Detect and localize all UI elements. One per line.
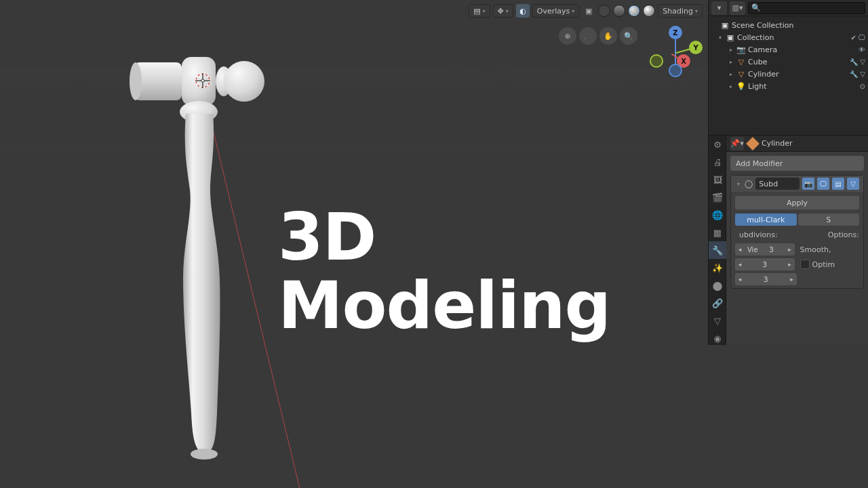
xray-toggle[interactable]: ▣ xyxy=(582,4,595,18)
svg-point-7 xyxy=(191,449,218,460)
gizmo-icon: ✥ xyxy=(498,7,504,16)
subdivisions-label: ubdivi ons: xyxy=(735,228,797,241)
ptab-material[interactable]: ◉ xyxy=(709,329,726,347)
zoom-button[interactable]: ⊕ xyxy=(559,27,576,45)
ptab-world[interactable]: 🌐 xyxy=(709,206,726,224)
chevron-down-icon[interactable]: ▾ xyxy=(735,181,742,187)
outliner-mode-dropdown[interactable]: ▾ xyxy=(711,1,727,15)
snap-dropdown[interactable]: ▥▾ xyxy=(211,4,232,18)
ptab-render[interactable]: ⚙ xyxy=(709,136,726,153)
ptab-texture[interactable]: ▩ xyxy=(709,347,726,365)
tree-item-cylinder[interactable]: ▸▽ Cylinder 🔧▽ xyxy=(709,68,868,80)
outliner-search[interactable]: 🔍 xyxy=(748,2,865,14)
object-types-dropdown[interactable]: ▤▾ xyxy=(469,4,490,18)
cursor-3d xyxy=(193,71,212,90)
ptab-physics[interactable]: ⬤ xyxy=(709,277,726,294)
shading-rendered[interactable] xyxy=(643,5,655,17)
right-panel: ▾ ▥▾ 🔍 ▣ Scene Collection ▾▣ Collection … xyxy=(708,0,868,488)
properties-body: 📌▾ Cylinder Add Modifier ▾ ◯ Subd 📷 🖵 ▤ … xyxy=(726,136,868,488)
tree-item-light[interactable]: ▸💡 Light ⊙ xyxy=(709,80,868,92)
tree-label: Cylinder xyxy=(748,70,848,79)
properties-panel: ⚙ 🖨 🖼 🎬 🌐 ▦ 🔧 ✨ ⬤ 🔗 ▽ ◉ ▩ 📌▾ Cylinder Ad… xyxy=(709,136,868,488)
quality-field[interactable]: ◂3▸ xyxy=(735,273,797,285)
viewport-header-left: ✥ Global ▾ ⊙▾ 🧲 ▥▾ ◯ ∩▾ xyxy=(122,3,271,19)
modifier-apply-button[interactable]: Apply xyxy=(735,196,859,209)
ptab-viewlayer[interactable]: 🖼 xyxy=(709,171,726,188)
viewport-header-right: ▤▾ ✥▾ ◐ Overlays▾ ▣ Shading▾ xyxy=(469,3,703,19)
method-simple[interactable]: S xyxy=(798,214,860,226)
collection-icon: ▣ xyxy=(720,20,730,30)
modifier-name-field[interactable]: Subd xyxy=(755,178,800,190)
tree-label: Collection xyxy=(737,33,849,42)
ptab-object[interactable]: ▦ xyxy=(709,224,726,241)
tree-item-cube[interactable]: ▸▽ Cube 🔧▽ xyxy=(709,56,868,68)
orientation-label: Global xyxy=(135,7,159,16)
ptab-constraints[interactable]: 🔗 xyxy=(709,294,726,312)
gizmo-axis-neg-y[interactable] xyxy=(650,54,663,68)
camera-view-button[interactable]: 🎥 xyxy=(579,27,597,45)
tree-scene-collection[interactable]: ▣ Scene Collection xyxy=(709,19,868,31)
viewport-3d[interactable]: Blender 3D Modeling ✥ Global ▾ ⊙▾ 🧲 ▥▾ ◯… xyxy=(0,0,708,488)
ptab-output[interactable]: 🖨 xyxy=(709,153,726,171)
falloff-icon: ∩ xyxy=(256,7,261,16)
render-subdiv-field[interactable]: ◂3▸ xyxy=(735,258,795,270)
pin-icon[interactable]: 📌▾ xyxy=(730,137,744,150)
proportional-falloff-dropdown[interactable]: ∩▾ xyxy=(251,4,271,18)
properties-tabs: ⚙ 🖨 🖼 🎬 🌐 ▦ 🔧 ✨ ⬤ 🔗 ▽ ◉ ▩ xyxy=(709,136,726,488)
search-icon: 🔍 xyxy=(751,3,761,12)
object-icon xyxy=(746,137,760,150)
active-object-label: Cylinder xyxy=(762,139,793,148)
tree-label: Cube xyxy=(748,58,848,66)
navigation-gizmo[interactable]: Z Y X xyxy=(650,26,701,77)
ptab-scene[interactable]: 🎬 xyxy=(709,188,726,206)
gizmo-axis-z[interactable]: Z xyxy=(669,26,682,39)
overlays-dropdown[interactable]: Overlays▾ xyxy=(532,4,580,18)
orientation-dropdown[interactable]: ✥ Global ▾ xyxy=(122,4,168,18)
collection-icon: ▣ xyxy=(726,33,735,42)
modifier-subsurf: ▾ ◯ Subd 📷 🖵 ▤ ▽ Apply mull-Clark S ubdi… xyxy=(730,175,864,289)
viewport-navbuttons: ⊕ 🎥 ✋ 🔍 xyxy=(559,27,637,45)
gizmo-axis-neg-z[interactable] xyxy=(669,64,682,77)
pan-button[interactable]: ✋ xyxy=(599,27,617,45)
snap-toggle[interactable]: 🧲 xyxy=(195,4,208,18)
pivot-dropdown[interactable]: ⊙▾ xyxy=(171,4,191,18)
overlays-label: Overlays xyxy=(537,7,570,16)
overlays-toggle[interactable]: ◐ xyxy=(516,4,530,18)
gizmo-axis-y[interactable]: Y xyxy=(689,41,703,54)
shading-wireframe[interactable] xyxy=(598,5,610,17)
modifier-show-cage[interactable]: ▽ xyxy=(847,178,859,190)
svg-point-2 xyxy=(130,62,142,100)
shading-matpreview[interactable] xyxy=(628,5,640,17)
outliner-search-input[interactable] xyxy=(764,3,862,12)
mesh-icon: ▽ xyxy=(736,57,746,66)
modifier-show-render[interactable]: 📷 xyxy=(802,178,814,190)
tree-item-camera[interactable]: ▸📷 Camera 👁 xyxy=(709,43,868,56)
gizmo-dropdown[interactable]: ✥▾ xyxy=(493,4,513,18)
ptab-modifiers[interactable]: 🔧 xyxy=(709,241,726,259)
filter-icon: ▤ xyxy=(473,7,480,16)
ptab-mesh[interactable]: ▽ xyxy=(709,312,726,329)
ptab-particles[interactable]: ✨ xyxy=(709,259,726,277)
modifier-show-viewport[interactable]: 🖵 xyxy=(817,178,829,190)
camera-icon: 📷 xyxy=(736,45,746,54)
shading-dropdown[interactable]: Shading▾ xyxy=(658,4,703,18)
viewport-subdiv-field[interactable]: ◂Vie3▸ xyxy=(735,243,795,256)
modifier-show-editmode[interactable]: ▤ xyxy=(832,178,844,190)
optimal-display-check[interactable]: Optim xyxy=(796,258,860,270)
add-modifier-button[interactable]: Add Modifier xyxy=(730,156,864,171)
overlay-title-line2: 3D Modeling xyxy=(278,203,708,340)
outliner-display-dropdown[interactable]: ▥▾ xyxy=(730,1,745,15)
properties-header: 📌▾ Cylinder xyxy=(726,136,868,152)
hide-icon[interactable]: 👁 xyxy=(859,46,865,54)
mesh-icon: ▽ xyxy=(736,69,746,79)
method-catmull-clark[interactable]: mull-Clark xyxy=(735,214,797,226)
proportional-edit-toggle[interactable]: ◯ xyxy=(235,4,248,18)
shading-solid[interactable] xyxy=(613,5,625,17)
subsurf-icon: ◯ xyxy=(745,180,753,188)
persp-ortho-button[interactable]: 🔍 xyxy=(620,27,637,45)
pivot-icon: ⊙ xyxy=(176,7,182,16)
tree-collection[interactable]: ▾▣ Collection ✔🖵 xyxy=(709,31,868,43)
svg-point-12 xyxy=(201,79,204,82)
add-modifier-label: Add Modifier xyxy=(736,159,783,168)
uv-smooth-label: Smooth, xyxy=(796,243,860,256)
